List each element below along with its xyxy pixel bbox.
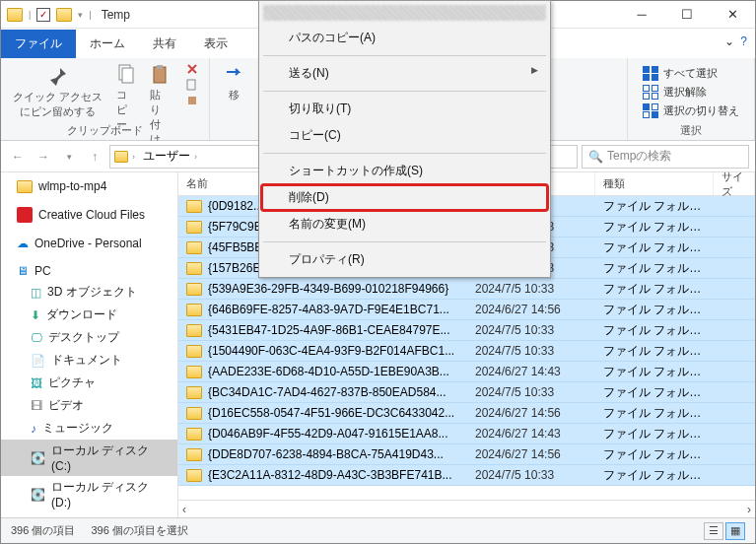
folder-icon xyxy=(186,428,202,441)
tree-desktop[interactable]: 🖵デスクトップ xyxy=(1,326,177,349)
ctx-create-shortcut[interactable]: ショートカットの作成(S) xyxy=(261,158,548,184)
file-type: ファイル フォルダー xyxy=(595,302,714,318)
tree-pictures[interactable]: 🖼ピクチャ xyxy=(1,372,177,394)
table-row[interactable]: {D046AB9F-4F55-42D9-A047-91615E1AA8...20… xyxy=(178,424,755,444)
help-icon[interactable]: ? xyxy=(740,34,747,48)
file-date: 2024/6/27 14:56 xyxy=(467,447,595,461)
selected-count: 396 個の項目を選択 xyxy=(91,523,187,538)
statusbar: 396 個の項目 396 個の項目を選択 ☰ ▦ xyxy=(1,517,755,543)
file-name: {E3C2A11A-8312-48D9-A43C-3B3BFE741B... xyxy=(208,468,451,482)
file-date: 2024/7/5 10:33 xyxy=(467,344,595,358)
tab-view[interactable]: 表示 xyxy=(190,30,241,58)
ctx-delete[interactable]: 削除(D) xyxy=(261,184,548,211)
view-icons-button[interactable]: ▦ xyxy=(725,522,745,540)
tree-wlmp[interactable]: wlmp-to-mp4 xyxy=(1,176,177,196)
file-type: ファイル フォルダー xyxy=(595,426,714,442)
ctx-path-copy[interactable]: パスのコピー(A) xyxy=(261,25,548,51)
item-count: 396 個の項目 xyxy=(11,523,75,538)
tree-music[interactable]: ♪ミュージック xyxy=(1,417,177,440)
tree-downloads[interactable]: ⬇ダウンロード xyxy=(1,304,177,326)
copy-path-icon[interactable] xyxy=(185,78,199,92)
table-row[interactable]: {D16EC558-0547-4F51-966E-DC3C6433042...2… xyxy=(178,403,755,424)
up-button[interactable]: ↑ xyxy=(84,146,105,168)
folder-icon xyxy=(186,366,202,378)
folder-icon xyxy=(186,200,202,213)
folder-icon xyxy=(186,262,202,275)
ctx-properties[interactable]: プロパティ(R) xyxy=(261,246,548,273)
tree-disk-d[interactable]: 💽ローカル ディスク (D:) xyxy=(1,476,177,512)
tree-3d[interactable]: ◫3D オブジェクト xyxy=(1,281,177,304)
invert-selection-button[interactable]: 選択の切り替え xyxy=(643,103,739,118)
file-name: {5431EB47-1D25-4A9F-86B1-CEAE84797E... xyxy=(208,323,450,337)
folder-icon xyxy=(186,345,202,358)
tab-home[interactable]: ホーム xyxy=(76,30,139,58)
table-row[interactable]: {1504490F-063C-4EA4-93F9-B2F014AFBC1...2… xyxy=(178,341,755,362)
folder-icon xyxy=(186,304,202,316)
table-row[interactable]: {BC34DA1C-7AD4-4627-837B-850EAD584...202… xyxy=(178,382,755,403)
table-row[interactable]: {DDE8D707-6238-4894-B8CA-75A419D43...202… xyxy=(178,444,755,465)
file-type: ファイル フォルダー xyxy=(595,239,714,256)
file-type: ファイル フォルダー xyxy=(595,343,714,360)
file-date: 2024/7/5 10:33 xyxy=(467,385,595,399)
paste-button[interactable]: 貼り付け xyxy=(148,62,172,149)
table-row[interactable]: {5431EB47-1D25-4A9F-86B1-CEAE84797E...20… xyxy=(178,320,755,341)
col-type[interactable]: 種類 xyxy=(595,172,714,195)
svg-rect-5 xyxy=(188,97,196,104)
folder-icon xyxy=(186,448,202,461)
pin-quick-access-button[interactable]: クイック アクセス にピン留めする xyxy=(11,62,104,121)
cut-icon[interactable] xyxy=(185,62,199,76)
file-type: ファイル フォルダー xyxy=(595,384,714,401)
select-none-button[interactable]: 選択解除 xyxy=(643,85,739,100)
back-button[interactable]: ← xyxy=(7,146,29,168)
ctx-cut[interactable]: 切り取り(T) xyxy=(261,96,548,122)
table-row[interactable]: {E3C2A11A-8312-48D9-A43C-3B3BFE741B...20… xyxy=(178,465,755,486)
ribbon-chevron-icon[interactable]: ⌄ xyxy=(724,34,734,48)
svg-rect-2 xyxy=(154,67,166,83)
minimize-button[interactable]: ─ xyxy=(619,1,664,29)
svg-rect-3 xyxy=(157,65,163,69)
table-row[interactable]: {646B69FE-8257-4A83-9A7D-F9E4E1BC71...20… xyxy=(178,300,755,320)
table-row[interactable]: {539A9E36-29FB-4349-B699-010218F94966}20… xyxy=(178,279,755,300)
nav-tree[interactable]: wlmp-to-mp4 Creative Cloud Files ☁OneDri… xyxy=(1,172,178,517)
file-type: ファイル フォルダー xyxy=(595,281,714,298)
close-button[interactable]: ✕ xyxy=(710,1,755,29)
maximize-button[interactable]: ☐ xyxy=(664,1,710,29)
file-type: ファイル フォルダー xyxy=(595,198,714,215)
tree-pc[interactable]: 🖥PC xyxy=(1,261,177,281)
tree-documents[interactable]: 📄ドキュメント xyxy=(1,349,177,372)
select-all-button[interactable]: すべて選択 xyxy=(643,66,739,81)
ctx-copy[interactable]: コピー(C) xyxy=(261,122,548,149)
recent-chevron-icon[interactable]: ▾ xyxy=(58,146,80,168)
view-details-button[interactable]: ☰ xyxy=(704,522,723,540)
file-name: {AADE233E-6D68-4D10-A55D-1EBE90A3B... xyxy=(208,365,449,378)
select-group-label: 選択 xyxy=(680,121,702,138)
qat-chevron-icon[interactable]: ▾ xyxy=(78,10,83,20)
file-date: 2024/6/27 14:56 xyxy=(467,406,595,420)
tree-videos[interactable]: 🎞ビデオ xyxy=(1,394,177,417)
tree-onedrive[interactable]: ☁OneDrive - Personal xyxy=(1,234,177,253)
move-to-button[interactable]: 移 xyxy=(223,62,246,104)
qat-check-icon[interactable]: ✓ xyxy=(36,8,50,22)
ctx-rename[interactable]: 名前の変更(M) xyxy=(261,211,548,238)
tree-disk-c[interactable]: 💽ローカル ディスク (C:) xyxy=(1,440,177,476)
folder-icon xyxy=(186,241,202,254)
file-name: {1504490F-063C-4EA4-93F9-B2F014AFBC1... xyxy=(208,344,454,358)
paste-shortcut-icon[interactable] xyxy=(185,94,199,107)
tab-file[interactable]: ファイル xyxy=(1,30,76,58)
tab-share[interactable]: 共有 xyxy=(139,30,190,58)
col-size[interactable]: サイズ xyxy=(714,172,755,195)
table-row[interactable]: {AADE233E-6D68-4D10-A55D-1EBE90A3B...202… xyxy=(178,362,755,382)
file-date: 2024/7/5 10:33 xyxy=(467,468,595,482)
search-input[interactable]: 🔍Tempの検索 xyxy=(582,145,749,169)
file-name: {BC34DA1C-7AD4-4627-837B-850EAD584... xyxy=(208,385,446,399)
breadcrumb-item: ユーザー› xyxy=(139,148,201,165)
folder-icon xyxy=(186,283,202,296)
file-date: 2024/7/5 10:33 xyxy=(467,323,595,337)
folder-icon-2 xyxy=(56,8,72,22)
tree-ccf[interactable]: Creative Cloud Files xyxy=(1,204,177,226)
ctx-send-to[interactable]: 送る(N) xyxy=(261,60,548,87)
file-type: ファイル フォルダー xyxy=(595,219,714,236)
scrollbar-h[interactable]: ‹› xyxy=(178,500,755,517)
forward-button[interactable]: → xyxy=(33,146,54,168)
folder-icon xyxy=(186,221,202,234)
